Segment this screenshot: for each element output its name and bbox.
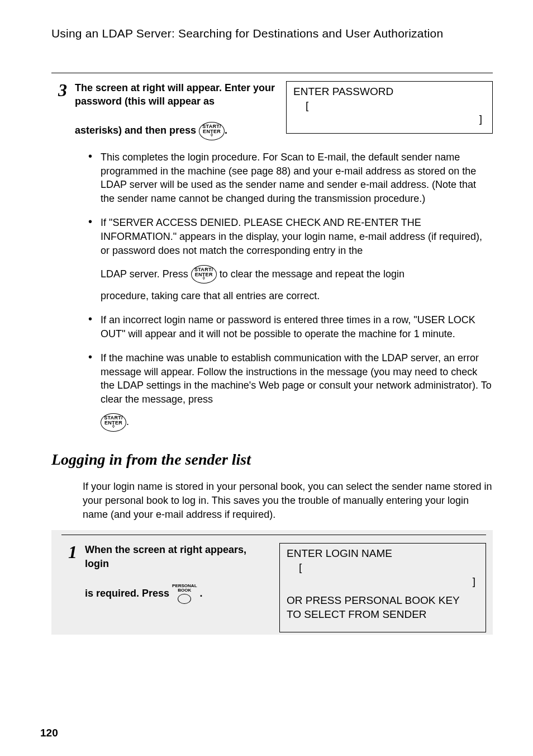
bullet-2: If "SERVER ACCESS DENIED. PLEASE CHECK A… [88, 216, 493, 303]
display-l5: TO SELECT FROM SENDER [287, 608, 480, 622]
enter-dot-icon: ◊ [103, 426, 123, 428]
personal-oval-icon [178, 594, 191, 604]
page-number: 120 [40, 727, 58, 739]
enter-dot-icon: ◊ [194, 277, 214, 280]
step-3: 3 The screen at right will appear. Enter… [51, 81, 493, 442]
start-enter-button-icon: START/ ENTER ◊ [199, 122, 225, 140]
display-l1: ENTER LOGIN NAME [287, 547, 480, 561]
section-intro: If your login name is stored in your per… [51, 480, 493, 521]
bullet-2-part-d: procedure, taking care that all entries … [101, 290, 320, 301]
bullet-4-part-b: . [126, 416, 129, 427]
bullet-2-part-a: If "SERVER ACCESS DENIED. PLEASE CHECK A… [101, 217, 482, 256]
step-1: 1 When the screen at right appears, logi… [51, 543, 493, 632]
running-header: Using an LDAP Server: Searching for Dest… [51, 27, 493, 40]
display-l4: OR PRESS PERSONAL BOOK KEY [287, 594, 480, 608]
display-line-3: ] [293, 112, 487, 126]
start-enter-button-icon: START/ ENTER ◊ [191, 265, 217, 284]
lcd-display-password: ENTER PASSWORD [ ] [286, 81, 493, 134]
personal-label-bottom: BOOK [178, 588, 191, 593]
enter-dot-icon: ◊ [202, 134, 222, 137]
gray-step-block: 1 When the screen at right appears, logi… [51, 530, 493, 635]
step-1-text-c: . [200, 588, 203, 599]
horizontal-rule [51, 73, 493, 73]
step-1-text-a: When the screen at right appears, login [85, 544, 246, 569]
bullet-4: If the machine was unable to establish c… [88, 351, 493, 432]
step-number-1: 1 [61, 543, 77, 632]
step-1-text-b: is required. Press [85, 588, 172, 599]
bullet-list: This completes the login procedure. For … [75, 150, 493, 432]
display-line-1: ENTER PASSWORD [293, 85, 487, 99]
step-1-instruction: When the screen at right appears, login … [85, 543, 270, 604]
personal-book-button-icon: PERSONAL BOOK [172, 584, 197, 604]
display-l3: ] [287, 575, 480, 589]
step-3-text-part2b: . [225, 125, 227, 136]
start-enter-button-icon: START/ ENTER ◊ [101, 413, 126, 432]
step-3-text-part1: The screen at right will appear. Enter y… [75, 82, 275, 107]
display-line-2: [ [293, 99, 487, 113]
bullet-1: This completes the login procedure. For … [88, 150, 493, 206]
lcd-display-login: ENTER LOGIN NAME [ ] OR PRESS PERSONAL B… [279, 543, 486, 632]
step-3-text-part2a: asterisks) and then press [75, 125, 199, 136]
bullet-3: If an incorrect login name or password i… [88, 313, 493, 341]
bullet-2-part-b: LDAP server. Press [101, 268, 191, 280]
bullet-4-part-a: If the machine was unable to establish c… [101, 352, 492, 405]
display-l2: [ [287, 561, 480, 575]
bullet-2-part-c: to clear the message and repeat the logi… [220, 268, 404, 280]
section-heading: Logging in from the sender list [51, 451, 493, 469]
step-3-instruction: The screen at right will appear. Enter y… [75, 81, 277, 140]
horizontal-rule [61, 535, 486, 535]
step-number-3: 3 [51, 81, 67, 442]
